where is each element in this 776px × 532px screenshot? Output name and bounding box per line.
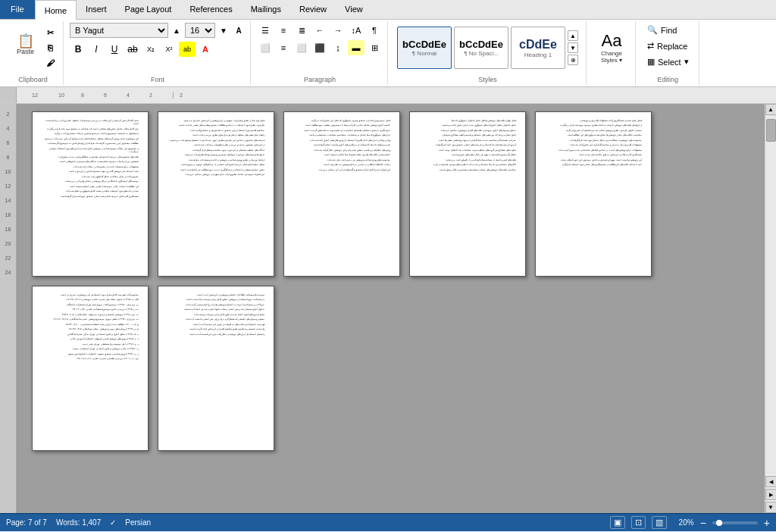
zoom-in-button[interactable]: + — [764, 517, 770, 529]
zoom-out-button[interactable]: − — [700, 517, 706, 529]
text-highlight-button[interactable]: ab — [179, 42, 196, 57]
style-normal-label: ¶ Normal — [412, 50, 436, 57]
print-layout-button[interactable]: ▣ — [610, 516, 625, 529]
font-name-select[interactable]: B Yagut — [70, 23, 168, 38]
zoom-level: 20% — [679, 518, 694, 527]
paste-button[interactable]: 📋 Paste — [9, 23, 42, 67]
editing-label: Editing — [637, 76, 699, 83]
pages-row-2: منابع و مآخذ: فهرست کامل منابع مورد استف… — [32, 286, 749, 451]
paragraph-group: ☰ ≡ ≣ ← → ↕A ¶ ⬜ ≡ ⬜ ⬛ ↨ ▬ ⊞ P — [252, 21, 388, 85]
copy-button[interactable]: ⎘ — [44, 41, 58, 55]
select-icon: ▦ — [647, 57, 655, 67]
change-styles-label: ChangeStyles ▾ — [601, 51, 622, 64]
bold-button[interactable]: B — [70, 42, 86, 57]
select-button[interactable]: ▦ Select ▾ — [642, 55, 694, 69]
zoom-slider-thumb — [716, 520, 722, 526]
change-styles-button[interactable]: Aa ChangeStyles ▾ — [593, 30, 630, 66]
zoom-slider[interactable] — [712, 521, 758, 524]
style-heading1-label: Heading 1 — [524, 52, 552, 58]
page-4: فصل چهارم: یافته‌های پژوهش و تحلیل نتایج… — [409, 111, 526, 277]
numbering-button[interactable]: ≡ — [275, 23, 292, 38]
page-2-text: فصل دوم: مبانی نظری و چارچوب مفهومی این … — [167, 120, 264, 177]
align-left-button[interactable]: ⬜ — [257, 40, 274, 55]
italic-button[interactable]: I — [88, 42, 105, 57]
style-nospace-label: ¶ No Spaci... — [464, 50, 499, 57]
vertical-scrollbar[interactable]: ▲ ◀ ▶ ▼ — [765, 104, 776, 513]
cut-button[interactable]: ✂ — [44, 26, 58, 39]
replace-icon: ⇄ — [647, 41, 654, 51]
tab-insert[interactable]: Insert — [77, 0, 116, 19]
superscript-button[interactable]: X² — [161, 42, 177, 57]
tab-references[interactable]: References — [180, 0, 241, 19]
tab-file[interactable]: File — [0, 0, 35, 19]
replace-button[interactable]: ⇄ Replace — [642, 39, 694, 53]
word-count: Words: 1,407 — [56, 518, 101, 527]
tab-page-layout[interactable]: Page Layout — [116, 0, 181, 19]
style-heading1[interactable]: cDdEe Heading 1 — [511, 27, 565, 69]
tab-mailings[interactable]: Mailings — [242, 0, 290, 19]
style-normal[interactable]: bCcDdEe ¶ Normal — [397, 27, 452, 69]
tab-home[interactable]: Home — [35, 0, 77, 20]
style-scroll-down-button[interactable]: ▼ — [568, 42, 578, 53]
page-info: Page: 7 of 7 — [6, 518, 47, 527]
font-color-button[interactable]: A — [197, 42, 214, 57]
bullets-button[interactable]: ☰ — [257, 23, 274, 38]
scroll-track[interactable] — [765, 115, 776, 474]
style-normal-text: bCcDdEe — [402, 39, 446, 50]
justify-button[interactable]: ⬛ — [311, 40, 328, 55]
align-center-button[interactable]: ≡ — [275, 40, 292, 55]
select-dropdown-icon: ▾ — [684, 57, 689, 67]
replace-label: Replace — [657, 42, 687, 51]
page-3: فصل سوم: روش‌شناسی تحقیق و نحوه جمع‌آوری… — [283, 111, 400, 277]
language-indicator[interactable]: Persian — [125, 518, 151, 527]
clipboard-group: 📋 Paste ✂ ⎘ 🖌 Clipboard — [3, 21, 64, 85]
paste-icon: 📋 — [17, 34, 34, 48]
show-formatting-button[interactable]: ¶ — [366, 23, 383, 38]
font-size-decrease-button[interactable]: ▼ — [217, 23, 230, 37]
align-right-button[interactable]: ⬜ — [293, 40, 310, 55]
format-painter-button[interactable]: 🖌 — [44, 56, 58, 70]
scroll-up-button[interactable]: ▲ — [765, 104, 777, 115]
style-more-button[interactable]: ⊕ — [568, 55, 578, 65]
shading-button[interactable]: ▬ — [348, 40, 365, 55]
status-bar: Page: 7 of 7 Words: 1,407 ✓ Persian ▣ ⊡ … — [0, 513, 776, 531]
line-spacing-button[interactable]: ↨ — [330, 40, 346, 55]
scroll-down-button[interactable]: ▼ — [765, 502, 777, 513]
decrease-indent-button[interactable]: ← — [311, 23, 328, 38]
ruler-corner — [0, 87, 17, 103]
font-size-select[interactable]: 16 — [185, 23, 215, 38]
page-6-text: منابع و مآخذ: فهرست کامل منابع مورد استف… — [42, 294, 139, 361]
borders-button[interactable]: ⊞ — [366, 40, 383, 55]
style-nospace[interactable]: bCcDdEe ¶ No Spaci... — [454, 27, 508, 69]
clipboard-label: Clipboard — [3, 76, 63, 83]
page-2: فصل دوم: مبانی نظری و چارچوب مفهومی این … — [158, 111, 274, 277]
spell-check-icon[interactable]: ✓ — [110, 518, 116, 527]
page-7: پیوست‌ها و ضمائم: اطلاعات تکمیلی پژوهش د… — [158, 286, 274, 451]
style-scroll-up-button[interactable]: ▲ — [568, 30, 578, 41]
underline-button[interactable]: U — [106, 42, 123, 57]
sort-button[interactable]: ↕A — [348, 23, 365, 38]
increase-indent-button[interactable]: → — [330, 23, 346, 38]
horizontal-ruler: 12 10 8 6 4 2 │ 2 — [17, 87, 776, 103]
find-button[interactable]: 🔍 Find — [642, 23, 694, 37]
scroll-thumb[interactable] — [766, 119, 776, 142]
status-bar-right: ▣ ⊡ ▥ 20% − + — [610, 516, 770, 529]
style-heading1-text: cDdEe — [519, 38, 557, 52]
page-1-text: بسم الله الرحمن الرحیم در این مقاله به ب… — [42, 120, 139, 199]
page-4-text: فصل چهارم: یافته‌های پژوهش و تحلیل نتایج… — [419, 120, 516, 172]
paste-label: Paste — [17, 48, 34, 55]
strikethrough-button[interactable]: ab — [124, 42, 141, 57]
page-7-text: پیوست‌ها و ضمائم: اطلاعات تکمیلی پژوهش د… — [167, 294, 264, 336]
subscript-button[interactable]: X₂ — [142, 42, 159, 57]
multilevel-list-button[interactable]: ≣ — [293, 23, 310, 38]
select-label: Select — [658, 58, 681, 67]
web-layout-button[interactable]: ▥ — [652, 516, 667, 529]
scroll-next-page-button[interactable]: ▶ — [765, 489, 777, 500]
document-canvas: بسم الله الرحمن الرحیم در این مقاله به ب… — [17, 104, 765, 513]
full-screen-button[interactable]: ⊡ — [631, 516, 646, 529]
tab-view[interactable]: View — [336, 0, 372, 19]
clear-formatting-button[interactable]: A — [232, 23, 246, 37]
font-size-increase-button[interactable]: ▲ — [170, 23, 183, 37]
tab-review[interactable]: Review — [290, 0, 336, 19]
scroll-prev-page-button[interactable]: ◀ — [765, 476, 777, 487]
